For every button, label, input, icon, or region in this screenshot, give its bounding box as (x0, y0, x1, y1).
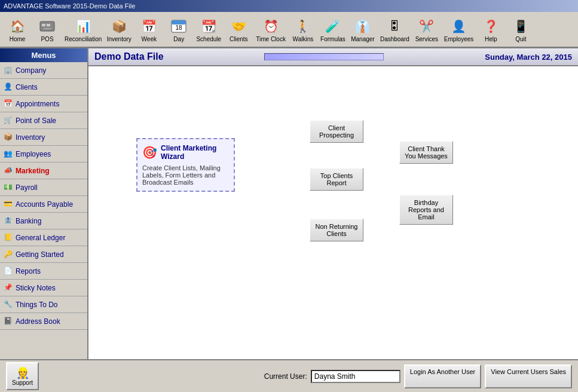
sidebar-item-address-book[interactable]: 📓 Address Book (0, 313, 87, 330)
sidebar: Menus 🏢 Company 👤 Clients 📅 Appointments… (0, 48, 88, 359)
current-user-section: Current User: Login As Another User View… (264, 365, 572, 388)
view-current-users-sales-button[interactable]: View Current Users Sales (485, 365, 572, 388)
toolbar-week-label: Week (142, 36, 157, 42)
sidebar-item-clients-label: Clients (16, 83, 38, 91)
toolbar: 🏠 Home POS 📊 Reconciliation 📦 Inventory … (0, 12, 578, 48)
reconciliation-icon: 📊 (74, 17, 93, 36)
svg-rect-1 (42, 24, 45, 26)
content-body: 🎯 Client Marketing Wizard Create Client … (88, 66, 578, 359)
toolbar-manager[interactable]: 👔 Manager (348, 16, 378, 44)
status-bar: 👷 Support Current User: Login As Another… (0, 359, 578, 392)
toolbar-reconciliation-label: Reconciliation (65, 36, 102, 42)
birthday-reports-button[interactable]: Birthday Reports and Email (399, 195, 453, 225)
top-clients-report-button[interactable]: Top Clients Report (310, 168, 363, 191)
payroll-icon: 💵 (4, 183, 13, 192)
toolbar-week[interactable]: 📅 Week (134, 16, 164, 44)
address-book-icon: 📓 (4, 317, 13, 326)
sidebar-item-banking-label: Banking (16, 217, 41, 225)
toolbar-timeclock-label: Time Clock (256, 36, 286, 42)
manager-icon: 👔 (353, 17, 372, 36)
marketing-icon: 📣 (4, 166, 13, 176)
marketing-wizard-card[interactable]: 🎯 Client Marketing Wizard Create Client … (136, 138, 235, 192)
sidebar-item-marketing-label: Marketing (16, 167, 50, 175)
pos-icon (38, 17, 57, 36)
company-icon: 🏢 (4, 66, 13, 75)
sidebar-item-banking[interactable]: 🏦 Banking (0, 213, 87, 229)
home-icon: 🏠 (8, 17, 27, 36)
content-header: Demo Data File Sunday, March 22, 2015 (88, 48, 578, 66)
toolbar-quit-label: Quit (515, 36, 526, 42)
toolbar-home[interactable]: 🏠 Home (2, 16, 32, 44)
sidebar-item-marketing[interactable]: 📣 Marketing (0, 163, 87, 179)
week-icon: 📅 (139, 17, 158, 36)
sidebar-item-payroll-label: Payroll (16, 183, 38, 192)
toolbar-inventory[interactable]: 📦 Inventory (104, 16, 134, 44)
sidebar-item-getting-started[interactable]: 🔑 Getting Started (0, 246, 87, 263)
sidebar-item-pos-label: Point of Sale (16, 117, 56, 125)
inventory-icon: 📦 (109, 17, 129, 36)
banking-icon: 🏦 (4, 216, 13, 226)
support-label: Support (12, 379, 33, 386)
sidebar-item-inventory-label: Inventory (16, 133, 45, 142)
toolbar-schedule-label: Schedule (196, 36, 221, 42)
toolbar-day[interactable]: 18 Day (164, 16, 194, 44)
toolbar-walkins-label: Walkins (293, 36, 314, 42)
client-prospecting-button[interactable]: Client Prospecting (310, 120, 363, 143)
sidebar-item-things-to-do-label: Things To Do (16, 301, 57, 309)
content-title: Demo Data File (94, 51, 164, 62)
sidebar-item-employees[interactable]: 👥 Employees (0, 146, 87, 163)
toolbar-quit[interactable]: 📱 Quit (506, 16, 536, 44)
things-to-do-icon: 🔧 (4, 300, 13, 310)
svg-text:18: 18 (176, 24, 183, 31)
sidebar-item-general-ledger[interactable]: 📒 General Ledger (0, 229, 87, 246)
toolbar-dashboard[interactable]: 🎛 Dashboard (378, 16, 412, 44)
sidebar-item-address-book-label: Address Book (16, 317, 60, 326)
sidebar-item-appointments[interactable]: 📅 Appointments (0, 96, 87, 112)
sidebar-item-inventory[interactable]: 📦 Inventory (0, 129, 87, 146)
general-ledger-icon: 📒 (4, 233, 13, 243)
toolbar-pos-label: POS (41, 36, 53, 42)
sidebar-item-reports-label: Reports (16, 267, 41, 275)
sidebar-item-things-to-do[interactable]: 🔧 Things To Do (0, 296, 87, 313)
toolbar-schedule[interactable]: 📆 Schedule (194, 16, 224, 44)
sidebar-item-getting-started-label: Getting Started (16, 250, 64, 259)
sidebar-item-company[interactable]: 🏢 Company (0, 62, 87, 79)
toolbar-inventory-label: Inventory (107, 36, 131, 42)
formulas-icon: 🧪 (323, 17, 342, 36)
services-icon: ✂️ (417, 17, 436, 36)
sidebar-item-general-ledger-label: General Ledger (16, 234, 65, 242)
current-user-input[interactable] (311, 370, 400, 383)
getting-started-icon: 🔑 (4, 250, 13, 259)
toolbar-help[interactable]: ❓ Help (476, 16, 506, 44)
pos-sidebar-icon: 🛒 (4, 116, 13, 125)
toolbar-home-label: Home (10, 36, 26, 42)
sidebar-item-sticky-notes[interactable]: 📌 Sticky Notes (0, 280, 87, 296)
toolbar-pos[interactable]: POS (32, 16, 62, 44)
sidebar-item-clients[interactable]: 👤 Clients (0, 79, 87, 96)
sidebar-header: Menus (0, 48, 87, 62)
toolbar-dashboard-label: Dashboard (380, 36, 409, 42)
sidebar-item-payroll[interactable]: 💵 Payroll (0, 179, 87, 196)
content-area: Demo Data File Sunday, March 22, 2015 🎯 … (88, 48, 578, 359)
help-icon: ❓ (481, 17, 500, 36)
toolbar-clients[interactable]: 🤝 Clients (224, 16, 253, 44)
toolbar-services[interactable]: ✂️ Services (412, 16, 442, 44)
toolbar-employees[interactable]: 👤 Employees (442, 16, 476, 44)
dashboard-icon: 🎛 (385, 17, 404, 36)
non-returning-clients-button[interactable]: Non Returning Clients (310, 219, 363, 241)
title-bar-text: ADVANTAGE Software 2015-Demo Data File (4, 2, 135, 10)
client-thank-you-button[interactable]: Client Thank You Messages (399, 141, 453, 164)
day-icon: 18 (169, 17, 188, 36)
support-button[interactable]: 👷 Support (6, 362, 39, 390)
login-another-user-button[interactable]: Login As Another User (404, 365, 481, 388)
sidebar-item-appointments-label: Appointments (16, 100, 59, 108)
sidebar-item-pos[interactable]: 🛒 Point of Sale (0, 112, 87, 129)
appointments-icon: 📅 (4, 99, 13, 109)
sidebar-item-accounts-payable[interactable]: 💳 Accounts Payable (0, 196, 87, 213)
toolbar-day-label: Day (173, 36, 184, 42)
sidebar-item-reports[interactable]: 📄 Reports (0, 263, 87, 280)
toolbar-formulas[interactable]: 🧪 Formulas (318, 16, 348, 44)
toolbar-reconciliation[interactable]: 📊 Reconciliation (62, 16, 104, 44)
toolbar-walkins[interactable]: 🚶 Walkins (288, 16, 318, 44)
toolbar-timeclock[interactable]: ⏰ Time Clock (253, 16, 288, 44)
